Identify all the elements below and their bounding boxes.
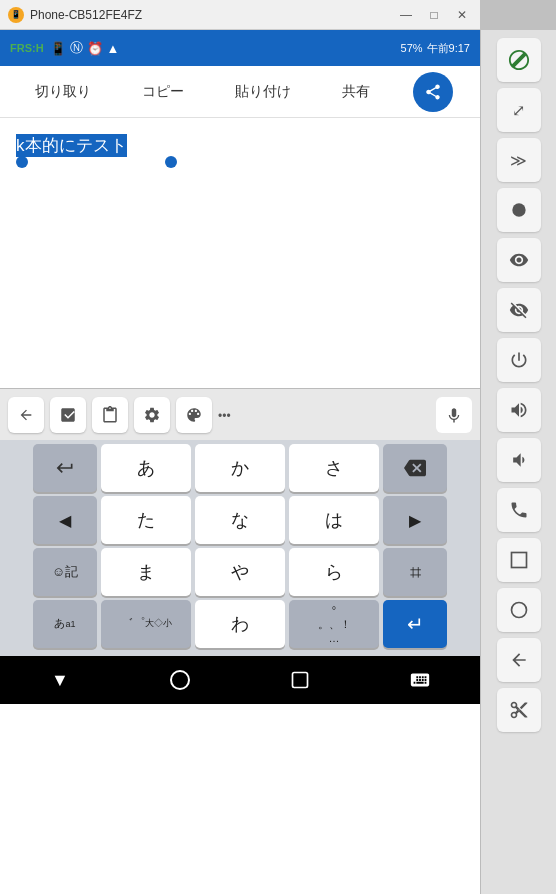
phone-frame: FRS:H 📱 Ⓝ ⏰ ▲ 57% 午前9:17 切り取り コピー 貼り付け 共… <box>0 30 480 894</box>
palette-button[interactable] <box>176 397 212 433</box>
emoji-board-button[interactable] <box>50 397 86 433</box>
maximize-button[interactable]: □ <box>424 5 444 25</box>
status-bar: FRS:H 📱 Ⓝ ⏰ ▲ 57% 午前9:17 <box>0 30 480 66</box>
svg-point-4 <box>511 603 526 618</box>
bottom-nav: ▼ <box>0 656 480 704</box>
app-icon: 📱 <box>8 7 24 23</box>
context-menu-bar: 切り取り コピー 貼り付け 共有 <box>0 66 480 118</box>
svg-point-0 <box>171 671 189 689</box>
settings-button[interactable] <box>134 397 170 433</box>
key-return[interactable] <box>33 444 97 492</box>
key-mode-switch[interactable]: あa1 <box>33 600 97 648</box>
close-button[interactable]: ✕ <box>452 5 472 25</box>
keyboard-toolbar: ••• <box>0 388 480 440</box>
scissors-tool[interactable] <box>497 688 541 732</box>
selected-text: k本的にテスト <box>16 134 127 157</box>
volume-down-tool[interactable] <box>497 438 541 482</box>
cursor-handle-right <box>165 156 177 168</box>
key-space[interactable]: ⌗ <box>383 548 447 596</box>
key-ka[interactable]: か <box>195 444 285 492</box>
keyboard-row-4: あa1 ゛゜大◇小 わ °。、！… ↵ <box>3 600 477 648</box>
record-tool[interactable] <box>497 188 541 232</box>
share-icon-button[interactable] <box>413 72 453 112</box>
window-controls: — □ ✕ <box>396 5 472 25</box>
icon-wifi-status: Ⓝ <box>70 39 83 57</box>
phone-tool[interactable] <box>497 488 541 532</box>
eye-tool[interactable] <box>497 238 541 282</box>
volume-up-tool[interactable] <box>497 388 541 432</box>
key-dakuten[interactable]: ゛゜大◇小 <box>101 600 191 648</box>
eye-slash-tool[interactable] <box>497 288 541 332</box>
clipboard-button[interactable] <box>92 397 128 433</box>
nav-keyboard-button[interactable] <box>402 662 438 698</box>
key-enter[interactable]: ↵ <box>383 600 447 648</box>
keyboard-row-3: ☺記 ま や ら ⌗ <box>3 548 477 596</box>
right-sidebar: ⤢ ≫ <box>480 30 556 894</box>
icon-alarm-status: ⏰ <box>87 41 103 56</box>
key-ta[interactable]: た <box>101 496 191 544</box>
scroll-down-tool[interactable]: ≫ <box>497 138 541 182</box>
toolbar-spacer: ••• <box>218 406 430 424</box>
circle-tool[interactable] <box>497 588 541 632</box>
key-wa[interactable]: わ <box>195 600 285 648</box>
key-backspace[interactable] <box>383 444 447 492</box>
more-button[interactable]: ••• <box>218 409 231 423</box>
key-right-arrow[interactable]: ▶ <box>383 496 447 544</box>
key-emoji-kigo[interactable]: ☺記 <box>33 548 97 596</box>
share-button[interactable]: 共有 <box>334 79 378 105</box>
key-na[interactable]: な <box>195 496 285 544</box>
key-sa[interactable]: さ <box>289 444 379 492</box>
nav-recent-button[interactable] <box>282 662 318 698</box>
status-time: 午前9:17 <box>427 41 470 56</box>
svg-rect-1 <box>293 673 308 688</box>
svg-rect-3 <box>511 553 526 568</box>
svg-point-2 <box>512 203 525 216</box>
keyboard: あ か さ ◀ た な は ▶ ☺記 ま や ら ⌗ あa1 ゛゜大◇小 わ <box>0 440 480 656</box>
paste-button[interactable]: 貼り付け <box>227 79 299 105</box>
status-icons-right: 57% 午前9:17 <box>401 41 470 56</box>
keyboard-row-2: ◀ た な は ▶ <box>3 496 477 544</box>
nav-home-button[interactable] <box>162 662 198 698</box>
power-tool[interactable] <box>497 338 541 382</box>
key-ma[interactable]: ま <box>101 548 191 596</box>
keyboard-back-button[interactable] <box>8 397 44 433</box>
key-left-arrow[interactable]: ◀ <box>33 496 97 544</box>
screenshot-tool[interactable] <box>497 38 541 82</box>
copy-button[interactable]: コピー <box>134 79 192 105</box>
title-bar: 📱 Phone-CB512FE4FZ — □ ✕ <box>0 0 480 30</box>
icon-signal-status: ▲ <box>107 41 120 56</box>
mic-button[interactable] <box>436 397 472 433</box>
status-frs-label: FRS:H <box>10 42 44 54</box>
cut-button[interactable]: 切り取り <box>27 79 99 105</box>
status-icons-left: 📱 Ⓝ ⏰ ▲ <box>50 39 401 57</box>
minimize-button[interactable]: — <box>396 5 416 25</box>
back-arrow-tool[interactable] <box>497 638 541 682</box>
key-ha[interactable]: は <box>289 496 379 544</box>
keyboard-row-1: あ か さ <box>3 444 477 492</box>
icon-phone-status: 📱 <box>50 41 66 56</box>
key-punctuation[interactable]: °。、！… <box>289 600 379 648</box>
battery-percent: 57% <box>401 42 423 54</box>
key-ya[interactable]: や <box>195 548 285 596</box>
key-ra[interactable]: ら <box>289 548 379 596</box>
square-tool[interactable] <box>497 538 541 582</box>
expand-tool[interactable]: ⤢ <box>497 88 541 132</box>
nav-back-button[interactable]: ▼ <box>42 662 78 698</box>
window-title: Phone-CB512FE4FZ <box>30 8 396 22</box>
cursor-handle-left <box>16 156 28 168</box>
key-a[interactable]: あ <box>101 444 191 492</box>
text-area[interactable]: k本的にテスト <box>0 118 480 388</box>
